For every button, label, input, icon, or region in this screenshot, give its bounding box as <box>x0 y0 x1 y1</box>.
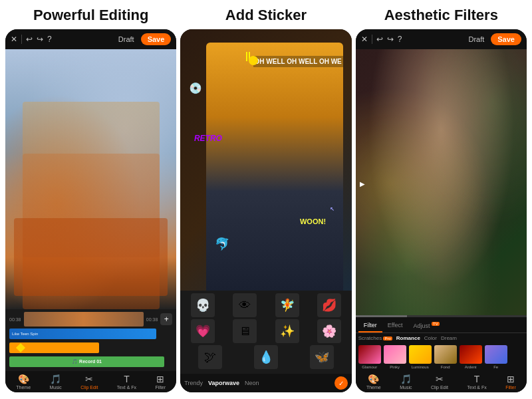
sticker-category-bar: Trendy Vaporwave Neon ✓ <box>180 374 351 392</box>
toolbar-filter-3[interactable]: ⊞ Filter <box>505 374 516 390</box>
cart-body <box>14 218 168 296</box>
progress-bar-3 <box>356 315 527 317</box>
textfx-label-3: Text & Fx <box>467 385 487 390</box>
filter-label-3: Filter <box>505 385 516 390</box>
sticker-item-lips[interactable]: 💋 <box>317 293 341 317</box>
sticker-dolphin[interactable]: 🐬 <box>215 237 229 251</box>
sticker-circle[interactable] <box>249 56 258 65</box>
undo-icon-1[interactable]: ↩ <box>26 35 33 44</box>
music-icon-1: 🎵 <box>50 374 61 384</box>
bottom-toolbar-1: 🎨 Theme 🎵 Music ✂ Clip Edit T Text & Fx … <box>5 371 176 392</box>
textfx-icon-1: T <box>124 374 130 384</box>
sticker-item-dove[interactable]: 🕊 <box>198 345 222 369</box>
filter-label-1: Filter <box>156 385 166 390</box>
add-clip-button[interactable]: + <box>160 313 172 325</box>
timeline-thumbnail[interactable] <box>24 312 144 327</box>
filter-luminous[interactable]: Luminous <box>409 345 432 369</box>
sticker-item-flower[interactable]: 🌸 <box>317 319 341 343</box>
redo-icon-1[interactable]: ↪ <box>37 35 43 44</box>
save-button-1[interactable]: Save <box>141 33 172 45</box>
toolbar-theme-1[interactable]: 🎨 Theme <box>16 374 31 390</box>
sticker-oh-well[interactable]: OH WELL OH WELL OH WE <box>253 56 343 67</box>
sticker-item-water[interactable]: 💧 <box>254 345 278 369</box>
sticker-item-fairy[interactable]: 🧚 <box>275 293 299 317</box>
toolbar-music-1[interactable]: 🎵 Music <box>50 374 62 390</box>
done-button[interactable]: ✓ <box>334 376 348 390</box>
sticker-retro[interactable]: RETRO <box>194 134 222 143</box>
cat-romance[interactable]: Romance <box>396 335 420 341</box>
filter-ardent[interactable]: Ardent <box>460 345 482 369</box>
toolbar-theme-3[interactable]: 🎨 Theme <box>366 374 381 390</box>
topbar-1: ✕ ↩ ↪ ? Draft Save <box>5 29 176 49</box>
cat-trendy[interactable]: Trendy <box>184 380 203 386</box>
help-icon-3[interactable]: ? <box>398 35 402 44</box>
phone-frame-1: ✕ ↩ ↪ ? Draft Save 00:38 <box>5 29 176 392</box>
keyframe-diamond <box>16 343 25 352</box>
video-preview-2: OH WELL OH WELL OH WE RETRO WOON! || 🐬 💿… <box>180 29 351 291</box>
phone-frame-3: ✕ ↩ ↪ ? Draft Save ▶ <box>356 29 527 392</box>
sticker-item-computer[interactable]: 🖥 <box>233 319 257 343</box>
cat-scratches[interactable]: Scratches Pro <box>358 335 392 341</box>
draft-label-1: Draft <box>118 35 134 43</box>
play-button-3[interactable]: ▶ <box>360 180 365 187</box>
video-preview-1 <box>5 49 176 309</box>
record-label: 🎵 Record 01 <box>72 359 102 364</box>
sticker-item-skull[interactable]: 💀 <box>191 293 215 317</box>
tab-adjust[interactable]: Adjust TV <box>408 320 445 332</box>
sticker-item-heart[interactable]: 💗 <box>191 319 215 343</box>
record-track[interactable]: 🎵 Record 01 <box>9 356 164 367</box>
sticker-woon[interactable]: WOON! <box>300 217 326 225</box>
bottom-toolbar-3: 🎨 Theme 🎵 Music ✂ Clip Edit T Text & Fx … <box>356 371 527 392</box>
filter-thumb-fond-img <box>434 345 457 364</box>
cat-dream[interactable]: Dream <box>441 335 457 341</box>
music-label-1: Music <box>50 385 62 390</box>
effect-track[interactable] <box>9 342 99 353</box>
cat-vaporwave[interactable]: Vaporwave <box>208 380 239 386</box>
tab-filter[interactable]: Filter <box>358 320 382 332</box>
draft-label-3: Draft <box>468 35 484 43</box>
cat-color[interactable]: Color <box>424 335 437 341</box>
music-icon-3: 🎵 <box>400 374 412 384</box>
undo-icon-3[interactable]: ↩ <box>376 35 383 44</box>
textfx-icon-3: T <box>474 374 480 384</box>
theme-label-3: Theme <box>366 385 381 390</box>
toolbar-music-3[interactable]: 🎵 Music <box>400 374 412 390</box>
clipedit-label-1: Clip Edit <box>80 385 98 390</box>
help-icon-1[interactable]: ? <box>47 35 52 44</box>
sticker-cursor: ↖ <box>330 206 334 212</box>
sticker-row-1: 💀 👁 🧚 💋 <box>183 293 348 317</box>
panel-aesthetic-filters: Aesthetic Filters ✕ ↩ ↪ ? Draft Save ▶ <box>356 7 527 392</box>
panel1-title: Powerful Editing <box>33 7 149 24</box>
divider-3 <box>372 35 372 44</box>
phone-frame-2: OH WELL OH WELL OH WE RETRO WOON! || 🐬 💿… <box>180 29 351 392</box>
filter-thumb-fond-label: Fond <box>441 365 450 369</box>
sticker-item-sparkle[interactable]: ✨ <box>275 319 299 343</box>
toolbar-filter-1[interactable]: ⊞ Filter <box>156 374 166 390</box>
panel-add-sticker: Add Sticker OH WELL OH WELL OH WE RETRO … <box>180 7 351 392</box>
theme-label-1: Theme <box>16 385 31 390</box>
sticker-grid: 💀 👁 🧚 💋 💗 🖥 ✨ 🌸 🕊 💧 🦋 <box>180 291 351 374</box>
sticker-item-eye[interactable]: 👁 <box>233 293 257 317</box>
filter-pinky[interactable]: Pinky <box>384 345 406 369</box>
filter-glamour[interactable]: Glamour <box>358 345 381 369</box>
photo-bg-1 <box>5 49 176 309</box>
sticker-item-butterfly[interactable]: 🦋 <box>310 345 334 369</box>
panel-powerful-editing: Powerful Editing ✕ ↩ ↪ ? Draft Save <box>5 7 176 392</box>
close-icon-1[interactable]: ✕ <box>11 35 17 44</box>
toolbar-textfx-1[interactable]: T Text & Fx <box>117 374 136 390</box>
toolbar-clipedit-1[interactable]: ✂ Clip Edit <box>80 374 98 390</box>
save-button-3[interactable]: Save <box>491 33 521 45</box>
filter-thumb-fe-label: Fe <box>493 365 498 369</box>
close-icon-3[interactable]: ✕ <box>361 35 368 44</box>
filter-fe[interactable]: Fe <box>485 345 507 369</box>
divider-1 <box>21 35 22 44</box>
cat-neon[interactable]: Neon <box>245 380 259 386</box>
audio-track[interactable]: Like Teen Spin <box>9 329 156 339</box>
sticker-vinyl[interactable]: 💿 <box>189 82 202 94</box>
tab-effect[interactable]: Effect <box>382 320 408 332</box>
toolbar-clipedit-3[interactable]: ✂ Clip Edit <box>431 374 448 390</box>
toolbar-textfx-3[interactable]: T Text & Fx <box>467 374 487 390</box>
clipedit-icon-3: ✂ <box>436 374 444 384</box>
redo-icon-3[interactable]: ↪ <box>387 35 394 44</box>
filter-fond[interactable]: Fond <box>434 345 457 369</box>
